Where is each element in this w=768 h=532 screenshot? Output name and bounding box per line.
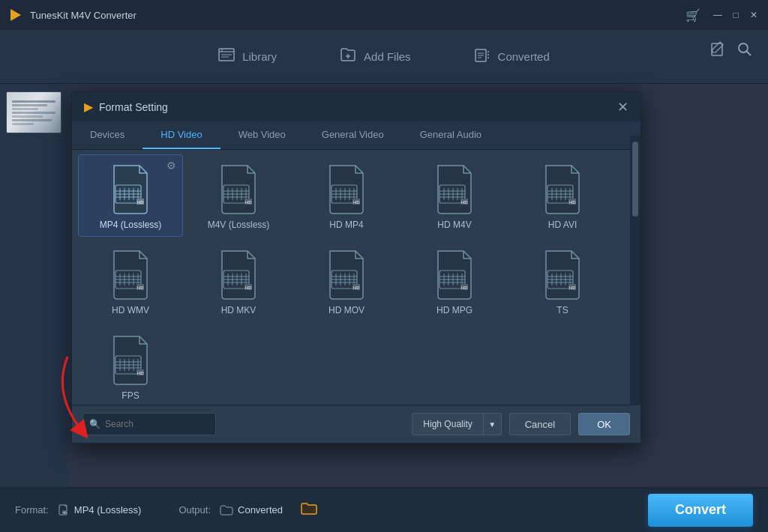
format-grid: ⚙ — [72, 150, 640, 405]
app-logo-icon — [8, 7, 24, 23]
add-files-label: Add Files — [364, 50, 411, 63]
svg-text:HD: HD — [353, 285, 360, 290]
search-box[interactable]: 🔍 — [82, 413, 216, 435]
format-hd-mp4[interactable]: HD HD MP4 — [294, 154, 399, 237]
nav-converted[interactable]: Converted — [465, 41, 559, 72]
quality-select: High Quality ▼ — [412, 413, 501, 435]
quality-dropdown-arrow[interactable]: ▼ — [484, 413, 502, 435]
format-row-3: HD FPS — [78, 325, 634, 405]
dialog-title-row: ▶ Format Setting — [84, 100, 168, 114]
minimize-button[interactable]: — — [711, 8, 724, 22]
format-hd-avi[interactable]: HD HD AVI — [510, 154, 615, 237]
dialog-logo-icon: ▶ — [84, 100, 93, 114]
dialog-tabs: Devices HD Video Web Video General Video… — [72, 121, 640, 150]
output-label: Output: — [178, 504, 211, 516]
format-fps-label: FPS — [122, 390, 139, 401]
format-hd-avi-icon: HD — [540, 164, 585, 215]
tab-web-video[interactable]: Web Video — [220, 121, 304, 149]
svg-text:HD: HD — [461, 285, 468, 290]
format-hd-m4v-label: HD M4V — [437, 220, 471, 230]
format-m4v-lossless[interactable]: HD M4V (Lossless) — [186, 154, 291, 237]
browse-folder-button[interactable] — [301, 502, 317, 518]
maximize-button[interactable]: □ — [729, 8, 742, 22]
gear-icon[interactable]: ⚙ — [166, 160, 176, 172]
svg-text:HD: HD — [137, 200, 144, 205]
nav-right-icons — [710, 41, 753, 62]
nav-bar: Library Add Files Converted — [0, 30, 768, 84]
svg-text:HD: HD — [245, 200, 252, 205]
converted-label: Converted — [498, 50, 550, 63]
edit-icon[interactable] — [710, 41, 726, 62]
cart-icon[interactable]: 🛒 — [686, 8, 700, 22]
svg-point-16 — [739, 43, 748, 52]
format-ts-label: TS — [556, 305, 568, 315]
thumbnail-image — [7, 92, 61, 133]
search-icon[interactable] — [736, 41, 753, 62]
svg-text:HD: HD — [62, 511, 67, 514]
library-label: Library — [242, 50, 277, 63]
add-files-icon — [340, 47, 356, 66]
format-hd-mkv-label: HD MKV — [221, 305, 256, 315]
format-hd-mov-label: HD MOV — [328, 305, 364, 315]
tab-devices[interactable]: Devices — [72, 121, 142, 149]
dialog-close-button[interactable]: ✕ — [617, 100, 628, 114]
svg-text:HD: HD — [569, 200, 576, 205]
cancel-button[interactable]: Cancel — [509, 413, 571, 435]
format-hd-m4v-icon: HD — [432, 164, 477, 215]
close-button[interactable]: ✕ — [747, 8, 760, 22]
format-setting-dialog: ▶ Format Setting ✕ Devices HD Video Web … — [71, 91, 641, 444]
nav-add-files[interactable]: Add Files — [331, 41, 420, 72]
output-value-row: Converted — [220, 504, 283, 516]
bottom-bar: Format: HD MP4 (Lossless) Output: Conver… — [0, 487, 768, 532]
main-area: ↻ Content Labelling ▶ Format Setting ✕ D… — [0, 84, 768, 487]
format-fps-icon: HD — [108, 335, 153, 386]
format-fps[interactable]: HD FPS — [78, 325, 183, 405]
title-bar-left: TunesKit M4V Converter — [8, 7, 136, 23]
format-mp4-lossless-label: MP4 (Lossless) — [100, 220, 162, 230]
format-hd-mkv[interactable]: HD HD MKV — [186, 240, 291, 322]
format-value-text: MP4 (Lossless) — [74, 504, 142, 516]
tab-general-audio[interactable]: General Audio — [402, 121, 500, 149]
title-bar-controls: 🛒 — □ ✕ — [686, 8, 760, 22]
content-area: ↻ Content Labelling ▶ Format Setting ✕ D… — [68, 84, 768, 487]
format-mp4-lossless[interactable]: ⚙ — [78, 154, 183, 237]
search-input[interactable] — [105, 419, 209, 429]
format-mp4-lossless-icon: HD — [108, 164, 153, 215]
format-hd-mpg-label: HD MPG — [436, 305, 472, 315]
format-hd-wmv-icon: HD — [108, 250, 153, 300]
tab-hd-video[interactable]: HD Video — [142, 121, 220, 149]
dialog-header: ▶ Format Setting ✕ — [72, 92, 640, 121]
nav-library[interactable]: Library — [209, 42, 286, 71]
svg-text:HD: HD — [569, 285, 576, 290]
sidebar — [0, 84, 68, 487]
format-m4v-lossless-icon: HD — [216, 164, 261, 215]
format-m4v-lossless-label: M4V (Lossless) — [208, 220, 270, 230]
ok-button[interactable]: OK — [578, 413, 630, 435]
svg-text:HD: HD — [353, 200, 360, 205]
format-hd-mpg[interactable]: HD HD MPG — [402, 240, 507, 322]
format-hd-m4v[interactable]: HD HD M4V — [402, 154, 507, 237]
format-hd-mp4-icon: HD — [324, 164, 369, 215]
quality-button[interactable]: High Quality — [412, 413, 483, 435]
output-value-text: Converted — [238, 504, 283, 516]
search-icon-dialog: 🔍 — [89, 419, 100, 429]
converted-icon — [474, 47, 490, 66]
format-hd-wmv-label: HD WMV — [112, 305, 149, 315]
format-file-icon: HD — [58, 504, 70, 516]
title-bar: TunesKit M4V Converter 🛒 — □ ✕ — [0, 0, 768, 30]
svg-text:HD: HD — [461, 200, 468, 205]
format-hd-mpg-icon: HD — [432, 250, 477, 300]
convert-button[interactable]: Convert — [648, 494, 753, 527]
format-ts-icon: HD — [540, 250, 585, 300]
format-hd-mov-icon: HD — [324, 250, 369, 300]
format-hd-mov[interactable]: HD HD MOV — [294, 240, 399, 322]
tab-general-video[interactable]: General Video — [304, 121, 402, 149]
format-value-row: HD MP4 (Lossless) — [58, 504, 142, 516]
format-row-1: ⚙ — [78, 154, 634, 237]
thumbnail-item[interactable] — [6, 91, 62, 133]
format-hd-mkv-icon: HD — [216, 250, 261, 300]
svg-text:HD: HD — [137, 285, 144, 290]
format-ts[interactable]: HD TS — [510, 240, 615, 322]
output-folder-icon — [220, 505, 233, 516]
format-hd-wmv[interactable]: HD HD WMV — [78, 240, 183, 322]
